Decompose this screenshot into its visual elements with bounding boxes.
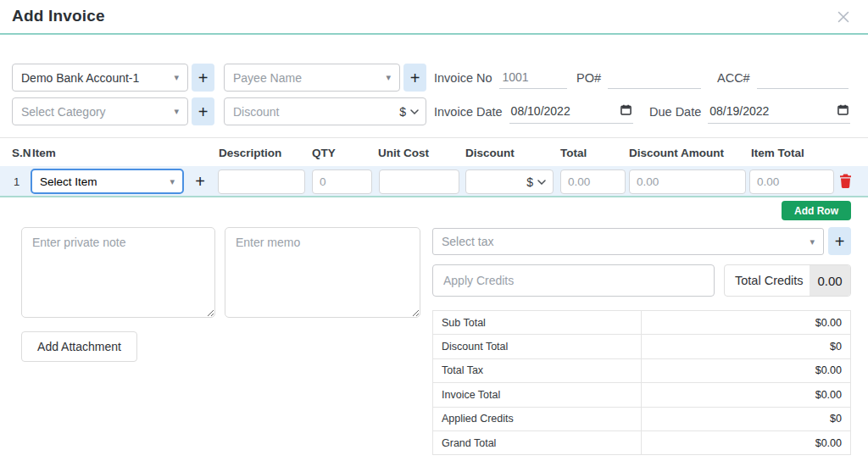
- summary-row-discount-total: Discount Total $0: [433, 335, 850, 358]
- discount-field: $: [224, 97, 426, 125]
- chevron-down-icon: ▾: [810, 237, 815, 247]
- page-title: Add Invoice: [12, 7, 105, 25]
- invoice-date-input[interactable]: 08/10/2022: [509, 100, 633, 124]
- summary-label: Grand Total: [433, 431, 642, 454]
- col-header-item-total: Item Total: [751, 147, 804, 159]
- discount-input[interactable]: [225, 98, 399, 125]
- due-date-input[interactable]: 08/19/2022: [708, 100, 850, 124]
- qty-input[interactable]: [312, 169, 372, 194]
- po-number-input[interactable]: [608, 67, 701, 89]
- plus-icon: +: [195, 172, 205, 192]
- due-date-value: 08/19/2022: [709, 104, 769, 118]
- trash-icon: [839, 174, 852, 188]
- add-payee-button[interactable]: +: [403, 64, 426, 92]
- summary-row-total-tax: Total Tax $0.00: [433, 359, 850, 383]
- row-total-input[interactable]: [560, 169, 626, 194]
- col-header-description: Description: [219, 147, 281, 159]
- row-serial-number: 1: [14, 175, 19, 188]
- row-item-total-input[interactable]: [749, 169, 834, 194]
- add-category-button[interactable]: +: [192, 97, 214, 125]
- total-credits-box: Total Credits 0.00: [724, 264, 851, 297]
- invoice-date-label: Invoice Date: [434, 105, 503, 119]
- col-header-discount-amount: Discount Amount: [629, 147, 724, 159]
- plus-icon: +: [835, 233, 845, 250]
- summary-label: Discount Total: [433, 335, 642, 358]
- invoice-no-label: Invoice No: [434, 71, 492, 85]
- item-select[interactable]: Select Item ▾: [31, 169, 184, 194]
- discount-currency: $: [399, 105, 406, 119]
- private-note-textarea[interactable]: [21, 227, 215, 318]
- chevron-down-icon: ▾: [174, 107, 179, 116]
- calendar-icon[interactable]: [620, 103, 632, 119]
- summary-value: $0: [642, 335, 850, 358]
- row-discount-amount-input[interactable]: [629, 169, 746, 194]
- payee-select[interactable]: Payee Name ▾: [224, 64, 400, 92]
- invoice-no-group: Invoice No: [434, 64, 567, 92]
- bank-account-value: Demo Bank Account-1: [21, 71, 139, 85]
- invoice-no-input[interactable]: [499, 67, 567, 89]
- col-header-total: Total: [560, 147, 587, 159]
- tax-select[interactable]: Select tax ▾: [432, 228, 824, 255]
- chevron-down-icon: ▾: [174, 73, 179, 82]
- total-credits-value: 0.00: [810, 265, 850, 296]
- item-row: 1 Select Item ▾ + $: [0, 166, 868, 197]
- col-header-unit-cost: Unit Cost: [378, 147, 429, 159]
- apply-credits-input[interactable]: [432, 264, 715, 297]
- summary-label: Sub Total: [433, 311, 642, 334]
- modal-header: Add Invoice: [0, 0, 868, 35]
- summary-label: Applied Credits: [433, 408, 642, 430]
- bank-account-select[interactable]: Demo Bank Account-1 ▾: [12, 64, 188, 92]
- summary-value: $0.00: [642, 431, 850, 454]
- col-header-item: Item: [32, 147, 56, 159]
- chevron-down-icon: ▾: [170, 177, 175, 186]
- col-header-sn: S.N: [12, 147, 31, 159]
- add-row-button[interactable]: Add Row: [782, 201, 851, 220]
- plus-icon: +: [410, 69, 420, 86]
- delete-row-button[interactable]: [839, 174, 853, 189]
- summary-value: $0.00: [642, 383, 850, 406]
- summary-value: $0: [642, 408, 850, 430]
- summary-label: Invoice Total: [433, 383, 642, 406]
- memo-textarea[interactable]: [225, 227, 420, 318]
- summary-value: $0.00: [642, 359, 850, 382]
- summary-row-invoice-total: Invoice Total $0.00: [433, 383, 850, 407]
- po-number-group: PO#: [576, 64, 701, 92]
- add-tax-button[interactable]: +: [828, 227, 851, 255]
- plus-icon: +: [198, 103, 209, 120]
- row-discount-currency: $: [526, 175, 533, 189]
- summary-row-sub-total: Sub Total $0.00: [433, 311, 850, 335]
- invoice-date-value: 08/10/2022: [511, 104, 570, 118]
- chevron-down-icon: [537, 180, 546, 185]
- summary-table: Sub Total $0.00 Discount Total $0 Total …: [432, 310, 851, 455]
- due-date-group: Due Date 08/19/2022: [649, 97, 850, 125]
- add-attachment-button[interactable]: Add Attachment: [21, 331, 137, 362]
- payee-placeholder: Payee Name: [233, 71, 302, 85]
- summary-value: $0.00: [642, 311, 850, 334]
- calendar-icon[interactable]: [837, 103, 849, 119]
- po-number-label: PO#: [576, 71, 601, 85]
- acc-number-group: ACC#: [717, 64, 849, 92]
- category-placeholder: Select Category: [21, 105, 106, 119]
- description-input[interactable]: [218, 169, 305, 194]
- summary-row-applied-credits: Applied Credits $0: [433, 408, 850, 431]
- add-bank-account-button[interactable]: +: [192, 64, 214, 92]
- col-header-qty: QTY: [312, 147, 336, 159]
- acc-number-input[interactable]: [757, 67, 849, 89]
- acc-number-label: ACC#: [717, 71, 750, 85]
- due-date-label: Due Date: [649, 105, 701, 119]
- invoice-date-group: Invoice Date 08/10/2022: [434, 97, 633, 125]
- summary-row-grand-total: Grand Total $0.00: [433, 431, 850, 455]
- add-item-button[interactable]: +: [190, 170, 210, 192]
- item-select-placeholder: Select Item: [40, 175, 97, 188]
- tax-select-placeholder: Select tax: [442, 235, 493, 248]
- total-credits-label: Total Credits: [725, 274, 810, 287]
- category-select[interactable]: Select Category ▾: [12, 97, 188, 125]
- plus-icon: +: [198, 69, 209, 86]
- summary-label: Total Tax: [433, 359, 642, 382]
- row-discount-select[interactable]: $: [465, 169, 554, 194]
- close-icon[interactable]: [836, 9, 851, 25]
- chevron-down-icon[interactable]: [410, 109, 419, 114]
- chevron-down-icon: ▾: [386, 73, 391, 82]
- unit-cost-input[interactable]: [379, 169, 459, 194]
- add-invoice-modal: Add Invoice Demo Bank Account-1 ▾ + Paye…: [0, 0, 868, 461]
